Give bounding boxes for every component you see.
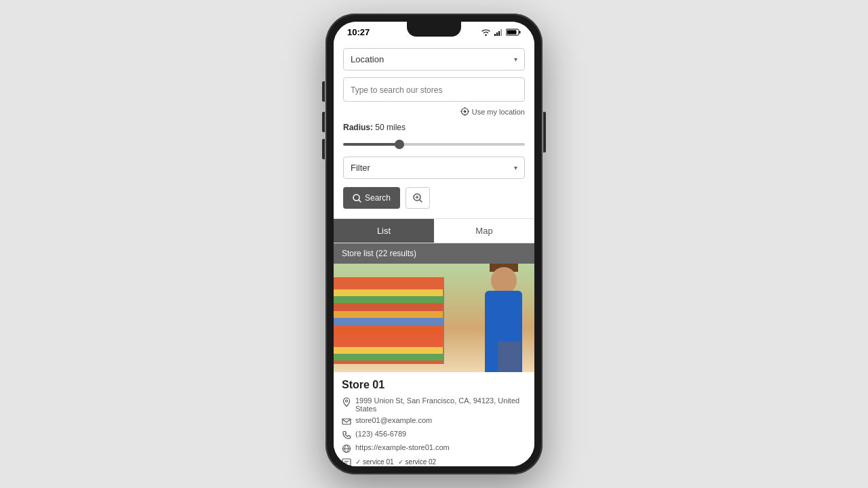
- person-head: [491, 267, 517, 294]
- svg-rect-1: [496, 33, 498, 36]
- store-services-row: ✓ service 01 ✓ service 02: [342, 457, 526, 466]
- store-email-row: store01@example.com: [342, 416, 526, 426]
- svg-line-14: [359, 200, 361, 202]
- store-image-placeholder: [334, 264, 534, 372]
- search-btn-icon: [353, 194, 361, 203]
- tab-list[interactable]: List: [334, 219, 434, 243]
- battery-icon: [506, 28, 521, 36]
- svg-line-16: [420, 200, 422, 202]
- map-search-icon: [413, 193, 422, 203]
- location-label: Location: [351, 54, 384, 64]
- svg-rect-5: [519, 31, 521, 34]
- filter-label: Filter: [351, 163, 370, 173]
- tab-map[interactable]: Map: [434, 219, 534, 243]
- store-name: Store 01: [342, 379, 526, 391]
- phone-icon: [342, 430, 351, 440]
- svg-rect-3: [500, 29, 502, 36]
- store-address-row: 1999 Union St, San Francisco, CA, 94123,…: [342, 396, 526, 413]
- location-target-icon: [460, 107, 469, 116]
- wifi-icon: [481, 28, 491, 36]
- phone-screen: 10:27: [334, 22, 534, 466]
- map-search-button[interactable]: [406, 187, 430, 209]
- radius-slider[interactable]: [343, 143, 525, 146]
- tabs-row: List Map: [334, 219, 534, 243]
- filter-chevron-icon: ▾: [514, 164, 517, 171]
- radius-row: Radius: 50 miles: [343, 123, 525, 148]
- svg-point-19: [346, 400, 348, 402]
- status-time: 10:27: [347, 27, 370, 37]
- phone-mute: [322, 139, 325, 159]
- filter-dropdown[interactable]: Filter ▾: [343, 157, 525, 179]
- phone-volume-up: [322, 81, 325, 102]
- svg-point-8: [463, 110, 466, 113]
- radius-label: Radius: 50 miles: [343, 123, 525, 132]
- search-btn-label: Search: [365, 193, 391, 203]
- store-card: Store 01 1999 Union St, San Francisco, C…: [334, 264, 534, 466]
- store-address: 1999 Union St, San Francisco, CA, 94123,…: [355, 396, 526, 413]
- signal-icon: [494, 29, 502, 36]
- search-button[interactable]: Search: [343, 187, 400, 209]
- service-01: ✓ service 01: [355, 458, 394, 466]
- use-location-row: Use my location: [343, 107, 525, 116]
- phone-frame: 10:27: [326, 14, 542, 474]
- website-icon: [342, 444, 351, 453]
- status-icons: [481, 28, 521, 36]
- service-02: ✓ service 02: [398, 458, 437, 466]
- svg-rect-6: [507, 30, 517, 35]
- store-list-header: Store list (22 results): [334, 243, 534, 264]
- store-info: Store 01 1999 Union St, San Francisco, C…: [334, 372, 534, 466]
- svg-rect-0: [494, 34, 496, 36]
- store-phone-row: (123) 456-6789: [342, 430, 526, 440]
- radius-value: 50 miles: [375, 123, 406, 132]
- svg-rect-2: [498, 31, 500, 36]
- scroll-content[interactable]: Location ▾ Us: [334, 40, 534, 466]
- use-location-text[interactable]: Use my location: [472, 108, 525, 116]
- search-input-container[interactable]: [343, 77, 525, 102]
- person-legs2: [498, 342, 511, 372]
- location-dropdown[interactable]: Location ▾: [343, 48, 525, 70]
- store-website: https://example-store01.com: [355, 443, 450, 451]
- phone-notch: [407, 22, 461, 37]
- search-input[interactable]: [351, 85, 517, 95]
- top-section: Location ▾ Us: [334, 40, 534, 219]
- address-icon: [342, 397, 351, 407]
- email-icon: [342, 417, 351, 426]
- shelf-left: [334, 277, 444, 364]
- phone-volume-down: [322, 112, 325, 132]
- phone-power: [543, 112, 546, 152]
- services-icon: [342, 458, 351, 466]
- svg-rect-24: [342, 459, 351, 466]
- store-email: store01@example.com: [355, 416, 432, 424]
- chevron-down-icon: ▾: [514, 56, 517, 63]
- store-website-row: https://example-store01.com: [342, 443, 526, 453]
- buttons-row: Search: [343, 187, 525, 209]
- store-phone: (123) 456-6789: [355, 430, 406, 438]
- store-image: [334, 264, 534, 372]
